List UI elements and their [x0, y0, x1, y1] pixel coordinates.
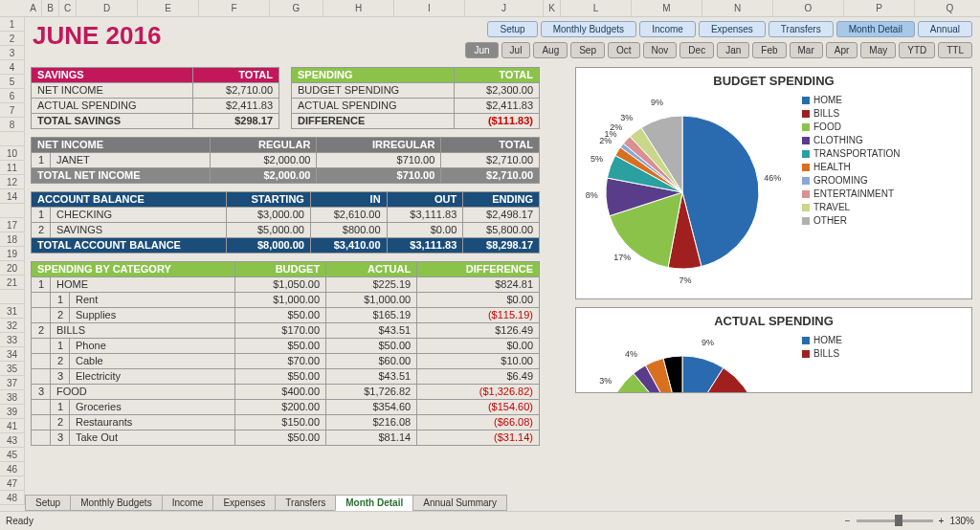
- legend-item: TRAVEL: [802, 202, 901, 212]
- zoom-in-icon[interactable]: +: [939, 516, 945, 526]
- month-feb[interactable]: Feb: [752, 42, 786, 58]
- col-header[interactable]: O: [773, 0, 844, 16]
- legend-item: CLOTHING: [802, 135, 901, 145]
- nav-transfers[interactable]: Transfers: [768, 21, 834, 37]
- col-header[interactable]: A: [25, 0, 42, 16]
- row-header[interactable]: 7: [0, 103, 25, 118]
- month-ytd[interactable]: YTD: [899, 42, 935, 58]
- nav-income[interactable]: Income: [639, 21, 696, 37]
- row-header[interactable]: 14: [0, 189, 25, 204]
- row-header[interactable]: 20: [0, 261, 25, 276]
- legend-item: TRANSPORTATION: [802, 148, 901, 159]
- col-header[interactable]: B: [42, 0, 59, 16]
- col-header[interactable]: P: [844, 0, 915, 16]
- netincome-table: NET INCOMEREGULARIRREGULARTOTAL 1JANET$2…: [31, 137, 540, 184]
- col-header[interactable]: G: [270, 0, 323, 16]
- nav-month-detail[interactable]: Month Detail: [836, 21, 915, 37]
- month-aug[interactable]: Aug: [533, 42, 568, 58]
- row-header[interactable]: 46: [0, 462, 25, 476]
- row-header[interactable]: 5: [0, 75, 25, 89]
- month-jul[interactable]: Jul: [501, 42, 531, 58]
- col-header[interactable]: F: [199, 0, 270, 16]
- row-header[interactable]: 33: [0, 333, 25, 347]
- tab-income[interactable]: Income: [162, 495, 214, 511]
- col-header[interactable]: E: [138, 0, 199, 16]
- svg-text:17%: 17%: [613, 253, 631, 262]
- month-ttl[interactable]: TTL: [938, 42, 972, 58]
- month-jan[interactable]: Jan: [717, 42, 749, 58]
- row-header[interactable]: 10: [0, 146, 25, 161]
- spending-table: SPENDINGTOTAL BUDGET SPENDING$2,300.00 A…: [291, 67, 540, 129]
- row-header[interactable]: 43: [0, 433, 25, 448]
- row-header[interactable]: 32: [0, 319, 25, 333]
- row-header[interactable]: 12: [0, 175, 25, 189]
- row-header[interactable]: 6: [0, 89, 25, 103]
- row-header[interactable]: 8: [0, 118, 25, 132]
- row-header[interactable]: 21: [0, 276, 25, 290]
- nav-monthly-budgets[interactable]: Monthly Budgets: [541, 21, 637, 37]
- row-header[interactable]: 18: [0, 232, 25, 247]
- legend-item: GROOMING: [802, 175, 901, 186]
- svg-text:3%: 3%: [620, 113, 633, 122]
- col-header[interactable]: Q: [915, 0, 980, 16]
- row-header[interactable]: 1: [0, 17, 25, 32]
- row-header[interactable]: 38: [0, 390, 25, 405]
- col-header[interactable]: J: [465, 0, 544, 16]
- col-header[interactable]: H: [323, 0, 394, 16]
- zoom-slider[interactable]: [857, 519, 933, 522]
- row-header[interactable]: [0, 290, 25, 304]
- legend-item: OTHER: [802, 215, 901, 226]
- svg-text:3%: 3%: [599, 376, 612, 386]
- col-header[interactable]: D: [77, 0, 138, 16]
- month-jun[interactable]: Jun: [465, 42, 498, 58]
- col-header[interactable]: N: [702, 0, 773, 16]
- tab-month-detail[interactable]: Month Detail: [335, 495, 413, 511]
- row-header[interactable]: 41: [0, 419, 25, 433]
- row-header[interactable]: 19: [0, 247, 25, 261]
- month-apr[interactable]: Apr: [826, 42, 858, 58]
- row-header[interactable]: [0, 204, 25, 218]
- nav-setup[interactable]: Setup: [487, 21, 537, 37]
- row-header[interactable]: 47: [0, 476, 25, 491]
- row-header[interactable]: 35: [0, 362, 25, 376]
- category-table: SPENDING BY CATEGORYBUDGETACTUALDIFFEREN…: [31, 261, 540, 446]
- legend-item: HEALTH: [802, 162, 901, 172]
- row-header[interactable]: 31: [0, 304, 25, 319]
- col-header[interactable]: I: [394, 0, 465, 16]
- row-header[interactable]: 39: [0, 405, 25, 419]
- legend-item: FOOD: [802, 121, 901, 132]
- tab-setup[interactable]: Setup: [25, 495, 71, 511]
- row-header[interactable]: 3: [0, 46, 25, 60]
- row-header[interactable]: 11: [0, 161, 25, 175]
- row-header[interactable]: 2: [0, 32, 25, 46]
- row-header[interactable]: 4: [0, 60, 25, 75]
- tab-monthly-budgets[interactable]: Monthly Budgets: [70, 495, 163, 511]
- month-may[interactable]: May: [860, 42, 896, 58]
- sheet-tabs: SetupMonthly BudgetsIncomeExpensesTransf…: [25, 495, 506, 511]
- row-header[interactable]: [0, 132, 25, 146]
- month-oct[interactable]: Oct: [608, 42, 640, 58]
- col-header[interactable]: L: [561, 0, 632, 16]
- month-buttons: JunJulAugSepOctNovDecJanFebMarAprMayYTDT…: [465, 42, 972, 58]
- nav-expenses[interactable]: Expenses: [699, 21, 766, 37]
- month-sep[interactable]: Sep: [570, 42, 605, 58]
- nav-annual[interactable]: Annual: [918, 21, 972, 37]
- tab-expenses[interactable]: Expenses: [212, 495, 276, 511]
- balance-table: ACCOUNT BALANCESTARTINGINOUTENDING 1CHEC…: [31, 191, 540, 254]
- status-bar: Ready − + 130%: [0, 511, 980, 530]
- tab-transfers[interactable]: Transfers: [275, 495, 336, 511]
- month-nov[interactable]: Nov: [643, 42, 678, 58]
- row-header[interactable]: 37: [0, 376, 25, 390]
- col-header[interactable]: M: [632, 0, 702, 16]
- row-header[interactable]: 48: [0, 491, 25, 505]
- col-header[interactable]: C: [59, 0, 77, 16]
- month-dec[interactable]: Dec: [679, 42, 714, 58]
- row-header[interactable]: 45: [0, 448, 25, 462]
- zoom-out-icon[interactable]: −: [845, 516, 851, 526]
- row-header[interactable]: 34: [0, 347, 25, 362]
- month-mar[interactable]: Mar: [790, 42, 823, 58]
- svg-text:7%: 7%: [679, 276, 691, 285]
- row-header[interactable]: 17: [0, 218, 25, 232]
- tab-annual-summary[interactable]: Annual Summary: [412, 495, 507, 511]
- col-header[interactable]: K: [544, 0, 561, 16]
